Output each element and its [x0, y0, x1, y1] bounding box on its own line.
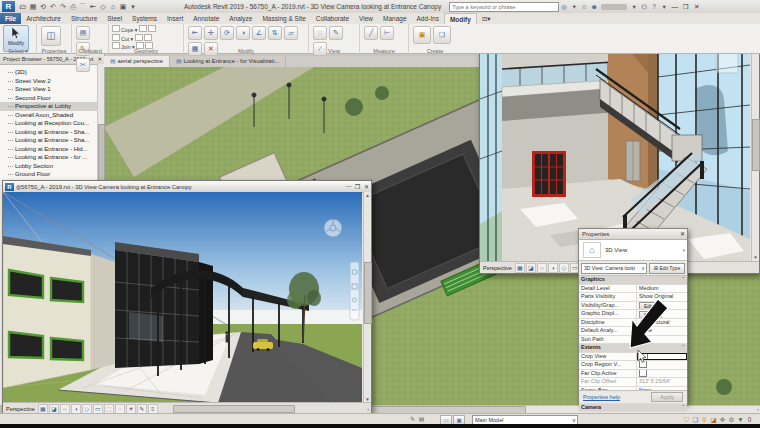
trim-icon[interactable]: ∠: [252, 26, 266, 40]
far-clip-checkbox[interactable]: [639, 370, 647, 377]
rendering-icon[interactable]: ◇: [82, 404, 92, 414]
print-icon[interactable]: ⎙: [68, 1, 78, 12]
request-editing-icon[interactable]: ▣: [453, 415, 465, 425]
tab-architecture[interactable]: Architecture: [21, 13, 66, 24]
browser-item-entrance-sha2[interactable]: Looking at Entrance - Sha...: [0, 136, 104, 145]
communication-center-icon[interactable]: ✦: [569, 1, 579, 12]
dimension-tool-icon[interactable]: ⊢: [380, 26, 394, 40]
browser-item-second-floor[interactable]: Second Floor: [0, 94, 104, 103]
cut-clipboard-icon[interactable]: ✂: [76, 58, 90, 72]
tab-structure[interactable]: Structure: [66, 13, 102, 24]
sign-in-icon[interactable]: ☻: [589, 1, 599, 12]
browser-item-reception[interactable]: Looking at Reception Cou...: [0, 119, 104, 128]
move-icon[interactable]: ✢: [204, 26, 218, 40]
tab-collaborate[interactable]: Collaborate: [311, 13, 354, 24]
lobby-vertical-scrollbar[interactable]: ▲▼: [751, 39, 759, 261]
section-camera[interactable]: Cameraˆ: [579, 404, 687, 413]
undo-icon[interactable]: ↶: [48, 1, 58, 12]
dropdown-icon[interactable]: ▾: [629, 1, 639, 12]
measure-icon[interactable]: ⌒: [78, 1, 88, 12]
tab-modify[interactable]: Modify: [444, 13, 477, 24]
panel-label-select[interactable]: Select ▾: [0, 48, 36, 54]
exchange-apps-icon[interactable]: ⌬: [639, 1, 649, 12]
properties-palette-icon[interactable]: ◫: [41, 26, 61, 46]
remove-paint-icon[interactable]: [144, 34, 152, 41]
sun-path-icon[interactable]: ☼: [60, 404, 70, 414]
worksets-icon[interactable]: ✎: [408, 415, 417, 424]
browser-item-entrance-for[interactable]: Looking at Entrance - for ...: [0, 153, 104, 162]
tab-massing-site[interactable]: Massing & Site: [257, 13, 310, 24]
remove-coping-icon[interactable]: [148, 25, 156, 32]
visual-style-icon[interactable]: ◪: [526, 263, 536, 273]
view-tab-aerial[interactable]: ▤aerial perspective: [104, 56, 170, 67]
offset-icon[interactable]: ▱: [284, 26, 298, 40]
browser-item-overall-axon[interactable]: Overall Axon_Shaded: [0, 111, 104, 120]
paint-icon[interactable]: [135, 34, 143, 41]
scroll-right-arrow[interactable]: ›: [757, 406, 759, 412]
tab-analyze[interactable]: Analyze: [224, 13, 257, 24]
filter-count-icon[interactable]: 0: [745, 415, 754, 424]
section-collapse-icon[interactable]: ˆ: [682, 404, 684, 412]
shadows-icon[interactable]: ◑: [71, 404, 81, 414]
sync-icon[interactable]: ⟲: [38, 1, 48, 12]
entrance-hscroll-thumb[interactable]: [173, 405, 295, 413]
browser-item-ground-floor[interactable]: Ground Floor: [0, 170, 104, 179]
help-icon[interactable]: ?: [649, 1, 659, 12]
tab-view[interactable]: View: [354, 13, 378, 24]
tab-insert[interactable]: Insert: [162, 13, 188, 24]
tag-icon[interactable]: ◇: [98, 1, 108, 12]
search-input[interactable]: [449, 2, 559, 12]
close-icon[interactable]: ✕: [362, 183, 371, 190]
shadows-icon[interactable]: ◑: [548, 263, 558, 273]
entrance-viewport[interactable]: [3, 192, 362, 403]
restore-icon[interactable]: ❐: [353, 183, 362, 190]
viewcube-faded[interactable]: [716, 51, 738, 73]
edit-type-button[interactable]: ⊞ Edit Type: [649, 263, 685, 274]
temporary-view-icon[interactable]: ✎: [137, 404, 147, 414]
browser-item-entrance-hid[interactable]: Looking at Entrance - Hid...: [0, 145, 104, 154]
browser-item-entrance-sha1[interactable]: Looking at Entrance - Sha...: [0, 128, 104, 137]
paste-icon[interactable]: ▤: [76, 26, 90, 40]
section-collapse-icon[interactable]: ˆ: [682, 344, 684, 352]
cope-tool[interactable]: Cope: [121, 27, 133, 33]
3d-view-icon[interactable]: ⌂: [108, 1, 118, 12]
active-workset-icon[interactable]: ▭: [440, 415, 452, 425]
tab-steel[interactable]: Steel: [102, 13, 127, 24]
measure-tool-icon[interactable]: ╱: [364, 26, 378, 40]
lobby-view-scale[interactable]: Perspective: [483, 265, 512, 271]
design-options-icon[interactable]: ▤: [417, 415, 426, 424]
section-icon[interactable]: ▣: [118, 1, 128, 12]
settings-icon[interactable]: ⚙: [727, 415, 736, 424]
detail-level-icon[interactable]: ▦: [38, 404, 48, 414]
worksharing-icon[interactable]: ≡: [148, 404, 158, 414]
browser-item-street-view-1[interactable]: Street View 1: [0, 85, 104, 94]
project-browser-close-icon[interactable]: ✕: [97, 54, 104, 64]
crop-view-icon[interactable]: ▭: [93, 404, 103, 414]
cut-tool[interactable]: Cut: [121, 36, 129, 42]
view-tab-entrance[interactable]: ▤Looking at Entrance - for Visualizati..…: [170, 56, 286, 67]
cope-icon[interactable]: [112, 25, 120, 32]
properties-close-icon[interactable]: ✕: [680, 229, 687, 239]
browser-item-lobby-section[interactable]: Lobby Section: [0, 162, 104, 171]
scroll-right-arrow[interactable]: ›: [367, 406, 369, 412]
type-selector-dropdown[interactable]: 3D View: Camera looki∨: [581, 263, 647, 274]
open-icon[interactable]: 🗁: [18, 1, 28, 12]
cut-geometry-icon[interactable]: [112, 34, 120, 41]
reveal-hidden-icon[interactable]: ☀: [126, 404, 136, 414]
filter-icon[interactable]: ▼: [736, 415, 745, 424]
tab-addins[interactable]: Add-Ins: [412, 13, 444, 24]
search-icon[interactable]: ◎: [559, 1, 569, 12]
entrance-vertical-scrollbar[interactable]: ▲▼: [363, 192, 371, 403]
tab-systems[interactable]: Systems: [127, 13, 162, 24]
hide-elements-icon[interactable]: ◌: [313, 26, 327, 40]
type-spinner-icon[interactable]: ▾: [682, 247, 685, 253]
save-icon[interactable]: ▦: [28, 1, 38, 12]
minimize-button[interactable]: —: [669, 3, 680, 10]
steering-wheel-faded[interactable]: [324, 219, 342, 237]
drag-on-selection-icon[interactable]: ✥: [718, 415, 727, 424]
prop-row-far-clip-active[interactable]: Far Clip Active: [579, 370, 687, 379]
prop-row-crop-region-visible[interactable]: Crop Region V...: [579, 361, 687, 370]
design-option-dropdown[interactable]: Main Model∨: [472, 415, 578, 425]
navigation-bar-faded[interactable]: [350, 262, 359, 320]
apply-coping-icon[interactable]: [139, 25, 147, 32]
